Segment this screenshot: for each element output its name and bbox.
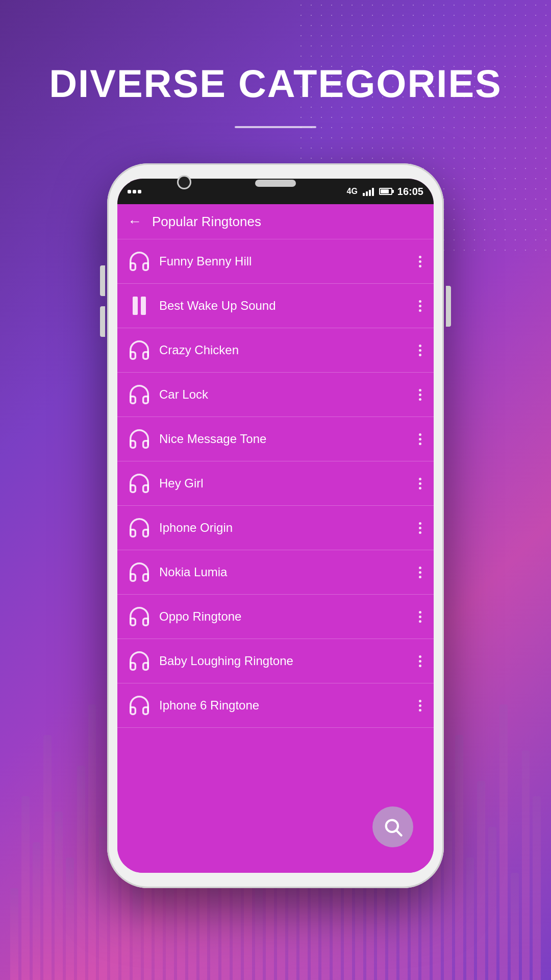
signal-icon [363, 187, 374, 196]
ringtone-name: Iphone 6 Ringtone [159, 698, 409, 713]
bg-bar-41 [466, 857, 474, 980]
search-fab[interactable] [372, 806, 413, 847]
more-options-icon[interactable] [417, 387, 423, 403]
more-options-icon[interactable] [417, 698, 423, 714]
headphone-icon [128, 472, 151, 495]
headphone-icon [128, 338, 151, 362]
signal-bar-4 [372, 188, 374, 196]
ringtone-name: Baby Loughing Ringtone [159, 654, 409, 668]
power-button [446, 286, 451, 327]
ringtone-item-5[interactable]: Nice Message Tone [117, 417, 434, 461]
headphone-icon [128, 427, 151, 451]
more-options-icon[interactable] [417, 342, 423, 358]
ringtone-name: Hey Girl [159, 476, 409, 491]
pause-icon [128, 294, 151, 317]
more-options-icon[interactable] [417, 565, 423, 580]
more-options-icon[interactable] [417, 298, 423, 314]
phone-body: 4G 16:05 ← Popular Ringtones [107, 163, 444, 888]
ringtone-item-3[interactable]: Crazy Chicken [117, 328, 434, 373]
bg-bar-5 [66, 857, 74, 980]
bg-bar-40 [455, 735, 463, 980]
bg-bar-34 [388, 873, 396, 980]
ringtone-name: Iphone Origin [159, 521, 409, 535]
back-button[interactable]: ← [128, 213, 142, 230]
search-icon [383, 817, 403, 837]
status-dot-3 [138, 190, 141, 193]
battery-fill [381, 189, 389, 193]
ringtone-name: Funny Benny Hill [159, 254, 409, 268]
svg-line-1 [397, 831, 402, 836]
bg-bar-1 [21, 796, 30, 980]
more-options-icon[interactable] [417, 254, 423, 270]
bg-bar-43 [488, 827, 496, 980]
ringtone-item-7[interactable]: Iphone Origin [117, 506, 434, 550]
more-options-icon[interactable] [417, 431, 423, 447]
ringtone-item-10[interactable]: Baby Loughing Ringtone [117, 639, 434, 683]
phone-camera [179, 177, 190, 188]
headphone-icon [128, 383, 151, 406]
bg-bar-47 [533, 796, 541, 980]
ringtone-name: Nokia Lumia [159, 565, 409, 579]
bg-bar-3 [43, 735, 52, 980]
signal-bar-2 [366, 191, 368, 196]
app-header-title: Popular Ringtones [152, 214, 261, 230]
status-dot-2 [133, 190, 136, 193]
ringtone-item-4[interactable]: Car Lock [117, 373, 434, 417]
phone-screen: 4G 16:05 ← Popular Ringtones [117, 179, 434, 873]
ringtone-item-2[interactable]: Best Wake Up Sound [117, 284, 434, 328]
ringtone-item-11[interactable]: Iphone 6 Ringtone [117, 683, 434, 728]
headphone-icon [128, 605, 151, 628]
page-header: DIVERSE CATEGORIES [0, 61, 551, 128]
signal-bar-3 [369, 190, 371, 196]
ringtone-item-6[interactable]: Hey Girl [117, 461, 434, 506]
headphone-icon [128, 250, 151, 273]
signal-bar-1 [363, 193, 365, 196]
headphone-icon [128, 516, 151, 540]
bg-bar-46 [522, 750, 530, 980]
bg-bar-2 [33, 842, 41, 980]
ringtone-name: Best Wake Up Sound [159, 299, 409, 313]
bg-bar-22 [255, 873, 263, 980]
phone-speaker [255, 180, 296, 187]
more-options-icon[interactable] [417, 476, 423, 492]
headphone-icon [128, 694, 151, 717]
bg-bar-39 [444, 812, 452, 980]
status-left [128, 190, 141, 193]
more-options-icon[interactable] [417, 520, 423, 536]
ringtone-item-1[interactable]: Funny Benny Hill [117, 239, 434, 284]
more-options-icon[interactable] [417, 653, 423, 669]
more-options-icon[interactable] [417, 609, 423, 625]
ringtone-list: Funny Benny Hill Best Wake Up Sound Craz… [117, 239, 434, 873]
ringtone-name: Oppo Ringtone [159, 609, 409, 624]
bg-bar-44 [499, 704, 508, 980]
bg-bar-42 [477, 781, 485, 980]
ringtone-name: Crazy Chicken [159, 343, 409, 357]
bg-bar-45 [511, 873, 519, 980]
bg-bar-7 [88, 704, 96, 980]
status-right: 4G 16:05 [347, 186, 424, 198]
volume-button-up [100, 265, 105, 296]
headphone-icon [128, 560, 151, 584]
ringtone-item-9[interactable]: Oppo Ringtone [117, 595, 434, 639]
ringtone-name: Car Lock [159, 387, 409, 402]
page-title: DIVERSE CATEGORIES [0, 61, 551, 106]
time-display: 16:05 [397, 186, 423, 198]
bg-bar-6 [77, 766, 85, 980]
ringtone-item-8[interactable]: Nokia Lumia [117, 550, 434, 595]
ringtone-name: Nice Message Tone [159, 432, 409, 446]
pause-bar-2 [141, 297, 146, 315]
bg-bar-4 [55, 812, 63, 980]
page-divider [235, 126, 316, 128]
headphone-icon [128, 649, 151, 673]
app-header: ← Popular Ringtones [117, 204, 434, 239]
phone-mockup: 4G 16:05 ← Popular Ringtones [107, 163, 444, 888]
network-type: 4G [347, 187, 358, 196]
notification-dots [128, 190, 141, 193]
bg-bar-11 [133, 873, 141, 980]
battery-icon [379, 188, 392, 195]
pause-bar-1 [133, 297, 138, 315]
status-dot-1 [128, 190, 131, 193]
bg-bar-8 [99, 827, 107, 980]
bg-bar-0 [10, 888, 18, 980]
volume-button-down [100, 306, 105, 337]
